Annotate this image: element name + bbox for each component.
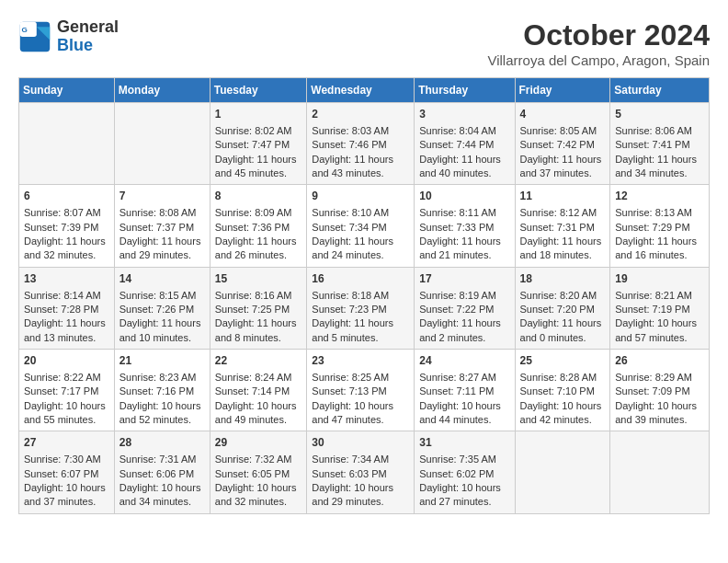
day-info: Sunrise: 8:12 AM [520, 206, 606, 220]
day-number: 12 [615, 189, 704, 204]
day-number: 7 [119, 189, 205, 204]
calendar-cell: 9Sunrise: 8:10 AMSunset: 7:34 PMDaylight… [307, 185, 415, 267]
day-info: Sunrise: 7:34 AM [312, 453, 409, 466]
day-info: Daylight: 11 hours and 18 minutes. [520, 235, 606, 263]
day-info: Daylight: 11 hours and 8 minutes. [215, 316, 302, 345]
day-number: 16 [312, 271, 409, 287]
day-info: Sunrise: 8:18 AM [312, 289, 409, 303]
day-number: 24 [419, 353, 509, 369]
day-info: Daylight: 11 hours and 37 minutes. [520, 153, 606, 181]
day-info: Daylight: 11 hours and 2 minutes. [419, 316, 509, 345]
day-info: Sunrise: 7:30 AM [24, 453, 109, 466]
day-number: 25 [520, 353, 606, 369]
day-number: 14 [119, 271, 205, 287]
day-info: Sunset: 7:39 PM [24, 221, 109, 235]
day-info: Sunset: 7:10 PM [520, 385, 606, 398]
calendar-cell: 30Sunrise: 7:34 AMSunset: 6:03 PMDayligh… [307, 431, 415, 513]
day-info: Sunrise: 8:20 AM [520, 289, 606, 303]
calendar-cell: 21Sunrise: 8:23 AMSunset: 7:16 PMDayligh… [114, 350, 210, 431]
day-info: Daylight: 10 hours and 29 minutes. [312, 481, 409, 510]
day-info: Daylight: 11 hours and 34 minutes. [615, 153, 704, 181]
day-info: Sunset: 7:36 PM [215, 221, 302, 235]
day-number: 29 [215, 435, 302, 451]
logo-text: General Blue [57, 18, 119, 55]
day-info: Daylight: 11 hours and 43 minutes. [312, 153, 409, 181]
day-info: Sunrise: 8:29 AM [615, 371, 704, 385]
day-info: Sunset: 7:34 PM [312, 221, 409, 235]
calendar-cell: 4Sunrise: 8:05 AMSunset: 7:42 PMDaylight… [515, 103, 610, 185]
day-number: 5 [615, 107, 704, 122]
day-number: 22 [215, 353, 302, 369]
calendar-cell: 24Sunrise: 8:27 AMSunset: 7:11 PMDayligh… [415, 350, 515, 431]
day-info: Sunrise: 8:22 AM [24, 371, 109, 385]
calendar-cell: 26Sunrise: 8:29 AMSunset: 7:09 PMDayligh… [610, 350, 710, 431]
day-info: Daylight: 10 hours and 39 minutes. [615, 399, 704, 428]
day-number: 9 [312, 189, 409, 204]
day-info: Sunrise: 8:07 AM [24, 206, 109, 220]
day-header-tuesday: Tuesday [210, 78, 307, 103]
day-number: 20 [24, 353, 109, 369]
day-info: Daylight: 11 hours and 5 minutes. [312, 316, 409, 345]
day-info: Daylight: 10 hours and 52 minutes. [119, 399, 205, 428]
day-info: Sunrise: 8:19 AM [419, 289, 509, 303]
day-info: Sunrise: 8:15 AM [119, 289, 205, 303]
day-header-monday: Monday [114, 78, 210, 103]
day-number: 23 [312, 353, 409, 369]
calendar-cell: 20Sunrise: 8:22 AMSunset: 7:17 PMDayligh… [19, 350, 115, 431]
calendar-cell: 23Sunrise: 8:25 AMSunset: 7:13 PMDayligh… [307, 350, 415, 431]
day-number: 1 [215, 107, 302, 122]
calendar-cell: 10Sunrise: 8:11 AMSunset: 7:33 PMDayligh… [415, 185, 515, 267]
calendar-cell: 2Sunrise: 8:03 AMSunset: 7:46 PMDaylight… [307, 103, 415, 185]
day-info: Sunset: 7:17 PM [24, 385, 109, 398]
day-info: Daylight: 10 hours and 32 minutes. [215, 481, 302, 510]
day-info: Daylight: 10 hours and 49 minutes. [215, 399, 302, 428]
calendar-cell: 8Sunrise: 8:09 AMSunset: 7:36 PMDaylight… [210, 185, 307, 267]
day-info: Sunrise: 7:31 AM [119, 453, 205, 466]
day-info: Daylight: 11 hours and 24 minutes. [312, 235, 409, 263]
day-info: Daylight: 11 hours and 10 minutes. [119, 316, 205, 345]
day-info: Sunset: 7:31 PM [520, 221, 606, 235]
calendar-cell: 15Sunrise: 8:16 AMSunset: 7:25 PMDayligh… [210, 267, 307, 349]
day-number: 4 [520, 107, 606, 122]
day-header-sunday: Sunday [19, 78, 115, 103]
day-info: Sunrise: 8:02 AM [215, 124, 302, 138]
day-number: 17 [419, 271, 509, 287]
day-number: 13 [24, 271, 109, 287]
calendar-cell: 22Sunrise: 8:24 AMSunset: 7:14 PMDayligh… [210, 350, 307, 431]
day-info: Sunrise: 8:11 AM [419, 206, 509, 220]
day-info: Sunset: 6:07 PM [24, 467, 109, 481]
calendar-cell: 11Sunrise: 8:12 AMSunset: 7:31 PMDayligh… [515, 185, 610, 267]
day-number: 31 [419, 435, 509, 451]
calendar-cell: 7Sunrise: 8:08 AMSunset: 7:37 PMDaylight… [114, 185, 210, 267]
day-info: Sunset: 7:23 PM [312, 303, 409, 316]
day-info: Sunset: 7:46 PM [312, 138, 409, 152]
calendar-cell: 25Sunrise: 8:28 AMSunset: 7:10 PMDayligh… [515, 350, 610, 431]
day-info: Daylight: 11 hours and 0 minutes. [520, 316, 606, 345]
day-info: Daylight: 10 hours and 42 minutes. [520, 399, 606, 428]
day-info: Sunrise: 8:04 AM [419, 124, 509, 138]
calendar-cell: 17Sunrise: 8:19 AMSunset: 7:22 PMDayligh… [415, 267, 515, 349]
day-info: Daylight: 11 hours and 26 minutes. [215, 235, 302, 263]
day-info: Sunset: 7:37 PM [119, 221, 205, 235]
day-number: 26 [615, 353, 704, 369]
day-info: Sunset: 7:28 PM [24, 303, 109, 316]
day-info: Sunrise: 7:32 AM [215, 453, 302, 466]
day-info: Sunrise: 8:14 AM [24, 289, 109, 303]
day-info: Sunset: 7:11 PM [419, 385, 509, 398]
day-number: 27 [24, 435, 109, 451]
calendar-table: SundayMondayTuesdayWednesdayThursdayFrid… [18, 77, 710, 514]
logo: G General Blue [18, 18, 119, 55]
day-info: Sunset: 6:02 PM [419, 467, 509, 481]
day-info: Daylight: 11 hours and 21 minutes. [419, 235, 509, 263]
day-info: Sunset: 6:05 PM [215, 467, 302, 481]
day-info: Sunset: 7:13 PM [312, 385, 409, 398]
day-info: Daylight: 10 hours and 34 minutes. [119, 481, 205, 510]
day-info: Sunrise: 8:03 AM [312, 124, 409, 138]
day-info: Daylight: 10 hours and 37 minutes. [24, 481, 109, 510]
calendar-cell: 12Sunrise: 8:13 AMSunset: 7:29 PMDayligh… [610, 185, 710, 267]
day-number: 10 [419, 189, 509, 204]
calendar-cell [610, 431, 710, 513]
calendar-cell: 13Sunrise: 8:14 AMSunset: 7:28 PMDayligh… [19, 267, 115, 349]
day-number: 8 [215, 189, 302, 204]
day-info: Sunset: 7:44 PM [419, 138, 509, 152]
